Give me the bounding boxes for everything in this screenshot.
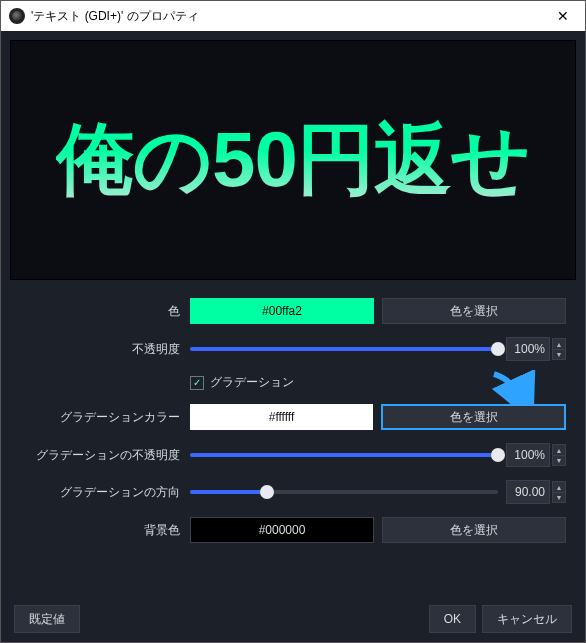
properties-window: 'テキスト (GDI+)' のプロパティ ✕ 俺の50円返せ 色 #00ffa2…	[0, 0, 586, 643]
color-label: 色	[20, 303, 190, 320]
spin-up-icon[interactable]: ▲	[552, 444, 566, 455]
bgcolor-value-box[interactable]: #000000	[190, 517, 374, 543]
defaults-button[interactable]: 既定値	[14, 605, 80, 633]
gradient-checkbox[interactable]: ✓ グラデーション	[190, 374, 294, 391]
cancel-button[interactable]: キャンセル	[482, 605, 572, 633]
spin-up-icon[interactable]: ▲	[552, 481, 566, 492]
ok-button[interactable]: OK	[429, 605, 476, 633]
preview-text: 俺の50円返せ	[56, 108, 530, 213]
gradient-direction-slider[interactable]	[190, 490, 498, 494]
checkbox-check-icon: ✓	[190, 376, 204, 390]
preview-panel: 俺の50円返せ	[10, 40, 576, 280]
gradient-direction-spinbox[interactable]: 90.00 ▲▼	[506, 480, 566, 504]
window-title: 'テキスト (GDI+)' のプロパティ	[31, 8, 540, 25]
dialog-footer: 既定値 OK キャンセル	[10, 599, 576, 633]
gradient-direction-label: グラデーションの方向	[20, 484, 190, 501]
gradient-opacity-spinbox[interactable]: 100% ▲▼	[506, 443, 566, 467]
opacity-slider[interactable]	[190, 347, 498, 351]
color-pick-button[interactable]: 色を選択	[382, 298, 566, 324]
spin-down-icon[interactable]: ▼	[552, 349, 566, 360]
content-area: 俺の50円返せ 色 #00ffa2 色を選択 不透明度	[1, 31, 585, 642]
spin-up-icon[interactable]: ▲	[552, 338, 566, 349]
opacity-spinbox[interactable]: 100% ▲▼	[506, 337, 566, 361]
gradient-opacity-slider[interactable]	[190, 453, 498, 457]
gradient-opacity-label: グラデーションの不透明度	[20, 447, 190, 464]
bgcolor-label: 背景色	[20, 522, 190, 539]
close-button[interactable]: ✕	[540, 1, 585, 31]
gradient-color-pick-button[interactable]: 色を選択	[381, 404, 566, 430]
color-value-box[interactable]: #00ffa2	[190, 298, 374, 324]
gradient-color-label: グラデーションカラー	[20, 409, 190, 426]
spin-down-icon[interactable]: ▼	[552, 492, 566, 503]
controls-panel: 色 #00ffa2 色を選択 不透明度 100%	[10, 280, 576, 599]
bgcolor-pick-button[interactable]: 色を選択	[382, 517, 566, 543]
opacity-label: 不透明度	[20, 341, 190, 358]
spin-down-icon[interactable]: ▼	[552, 455, 566, 466]
app-icon	[9, 8, 25, 24]
gradient-checkbox-label: グラデーション	[210, 374, 294, 391]
gradient-color-value-box[interactable]: #ffffff	[190, 404, 373, 430]
titlebar[interactable]: 'テキスト (GDI+)' のプロパティ ✕	[1, 1, 585, 31]
